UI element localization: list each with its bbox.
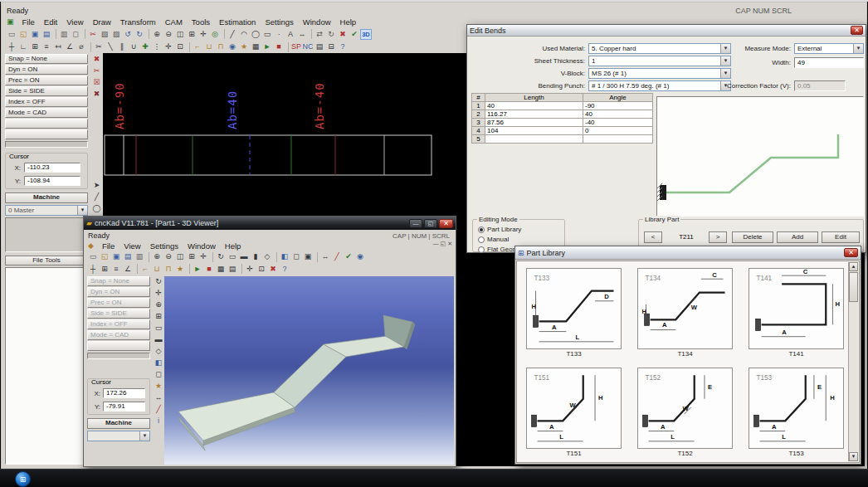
copy-icon[interactable]: ▧ — [99, 29, 110, 40]
part-diagram[interactable]: T141CHA — [749, 268, 844, 349]
row-number[interactable]: 2 — [472, 110, 485, 119]
check-icon[interactable]: ✔ — [349, 29, 360, 40]
v-zoomwin-icon[interactable]: ◫ — [174, 251, 186, 262]
v-meas2-icon[interactable]: ↔ — [154, 392, 164, 403]
restore-button[interactable]: ◱ — [424, 219, 437, 228]
machine-combo[interactable]: 0 Master▼ — [5, 205, 88, 216]
v-fold2-icon[interactable]: ⊓ — [163, 264, 174, 275]
next-part-button[interactable]: > — [709, 231, 727, 243]
file-tools-header[interactable]: File Tools — [5, 256, 88, 265]
v-run-icon[interactable]: ► — [192, 264, 203, 275]
radio-manual[interactable]: Manual — [478, 236, 509, 243]
chevron-down-icon[interactable]: ▼ — [720, 69, 730, 78]
machine-button[interactable]: Machine — [5, 192, 88, 203]
menu-cam[interactable]: CAM — [161, 17, 187, 27]
menu-window[interactable]: Window — [183, 241, 220, 251]
mirror-icon[interactable]: ⇄ — [314, 29, 325, 40]
menu-settings[interactable]: Settings — [146, 241, 183, 251]
v-save-icon[interactable]: ▣ — [110, 251, 122, 262]
v-save2-icon[interactable]: ▤ — [122, 251, 134, 262]
sidebar-button-snap[interactable]: Snap = None — [5, 54, 88, 64]
v-side-icon[interactable]: ▮ — [250, 251, 261, 262]
snap-icon[interactable]: ┼ — [6, 41, 17, 52]
v-front-icon[interactable]: ▭ — [227, 251, 238, 262]
radio-icon[interactable] — [478, 246, 485, 253]
sidebar-blank-button[interactable] — [87, 341, 150, 351]
diameter-icon[interactable]: ⌀ — [76, 41, 87, 52]
zoom-all-icon[interactable]: ⊞ — [186, 29, 197, 40]
run-icon[interactable]: ► — [261, 41, 273, 52]
help-icon[interactable]: ? — [337, 41, 349, 52]
arc-icon[interactable]: ◠ — [238, 29, 250, 40]
v-copy3-icon[interactable]: ⊡ — [256, 264, 267, 275]
menu-view[interactable]: View — [62, 17, 87, 27]
angle-cell[interactable] — [583, 135, 653, 144]
chevron-down-icon[interactable]: ▼ — [139, 431, 149, 441]
v-bendseq-icon[interactable]: ⌐ — [139, 264, 151, 275]
angle-cell[interactable]: 0 — [583, 127, 653, 135]
close-doc-icon[interactable]: ✖ — [91, 53, 102, 65]
radio-part-library[interactable]: Part Library — [478, 226, 521, 233]
v-help2-icon[interactable]: ? — [279, 264, 290, 275]
bend-row[interactable]: 41040 — [472, 127, 653, 135]
sidebar-blank-button[interactable] — [5, 129, 88, 139]
start-button[interactable]: ⊞ — [15, 471, 31, 487]
menu-tools[interactable]: Tools — [188, 17, 214, 27]
star-icon[interactable]: ★ — [238, 41, 250, 52]
view3d-icon[interactable]: 3D — [360, 29, 372, 40]
pan-icon[interactable]: ✛ — [197, 29, 209, 40]
fold-icon[interactable]: ⊓ — [215, 41, 227, 52]
dots-icon[interactable]: ⋮ — [151, 41, 163, 52]
menu-window[interactable]: Window — [299, 17, 335, 27]
angle-cell[interactable]: -40 — [583, 119, 653, 127]
sidebar-button-dyn[interactable]: Dyn = ON — [5, 65, 88, 75]
rect-icon[interactable]: ▭ — [261, 29, 273, 40]
line-icon[interactable]: ╱ — [227, 29, 238, 40]
bend-row[interactable]: 5 — [472, 135, 653, 144]
v-measure-icon[interactable]: ↔ — [319, 251, 331, 262]
v-shade-icon[interactable]: ◧ — [279, 251, 290, 262]
point-icon[interactable]: ∙ — [273, 29, 285, 40]
v-pan-icon[interactable]: ✛ — [197, 251, 209, 262]
v-layers-icon[interactable]: ≡ — [110, 264, 122, 275]
menu-draw[interactable]: Draw — [89, 17, 115, 27]
measure-mode-combo[interactable]: External▼ — [794, 43, 864, 54]
circle2-icon[interactable]: ◯ — [91, 202, 102, 214]
nest-icon[interactable]: ▦ — [250, 41, 261, 52]
v-wire2-icon[interactable]: ◻ — [154, 368, 164, 380]
ortho-icon[interactable]: ∟ — [17, 41, 29, 52]
delete-part-button[interactable]: Delete — [732, 231, 773, 243]
menu-help[interactable]: Help — [221, 241, 246, 251]
v-info-icon[interactable]: i — [154, 415, 164, 426]
open-icon[interactable]: ◱ — [17, 29, 29, 40]
offset-icon[interactable]: ∥ — [116, 41, 128, 52]
v-snap-icon[interactable]: ┼ — [87, 264, 99, 275]
save-all-icon[interactable]: ▤ — [41, 29, 52, 40]
v-zoom2-icon[interactable]: ⊕ — [154, 299, 164, 310]
machine-button[interactable]: Machine — [87, 418, 150, 429]
v-pan2-icon[interactable]: ✛ — [154, 287, 164, 299]
chamfer-icon[interactable]: ╲ — [105, 41, 116, 52]
file-tools-panel[interactable] — [5, 267, 88, 465]
unfold-icon[interactable]: ⊔ — [203, 41, 215, 52]
v-sect2-icon[interactable]: ╱ — [154, 403, 164, 415]
dim-icon[interactable]: ↔ — [296, 29, 308, 40]
v-zoomout-icon[interactable]: ⊖ — [163, 251, 174, 262]
row-number[interactable]: 5 — [472, 135, 485, 144]
v-rotate-icon[interactable]: ↻ — [215, 251, 227, 262]
v-check-icon[interactable]: ✔ — [343, 251, 354, 262]
menu-edit[interactable]: Edit — [40, 17, 61, 27]
erase-icon[interactable]: ☒ — [91, 76, 102, 88]
grid-icon[interactable]: ⊞ — [29, 41, 41, 52]
move-icon[interactable]: ✛ — [163, 41, 174, 52]
add-part-button[interactable]: Add — [777, 231, 818, 243]
scroll-up-icon[interactable]: ▲ — [849, 262, 858, 271]
save-icon[interactable]: ▣ — [29, 29, 41, 40]
sidebar-button-snap[interactable]: Snap = None — [87, 276, 150, 286]
redraw-icon[interactable]: ◎ — [209, 29, 221, 40]
part-diagram[interactable]: T151WHAL — [526, 368, 622, 449]
measure-icon[interactable]: ↤ — [52, 41, 64, 52]
chevron-down-icon[interactable]: ▼ — [853, 44, 863, 53]
bend-row[interactable]: 140-90 — [472, 102, 653, 110]
zoom-out-icon[interactable]: ⊖ — [163, 29, 174, 40]
